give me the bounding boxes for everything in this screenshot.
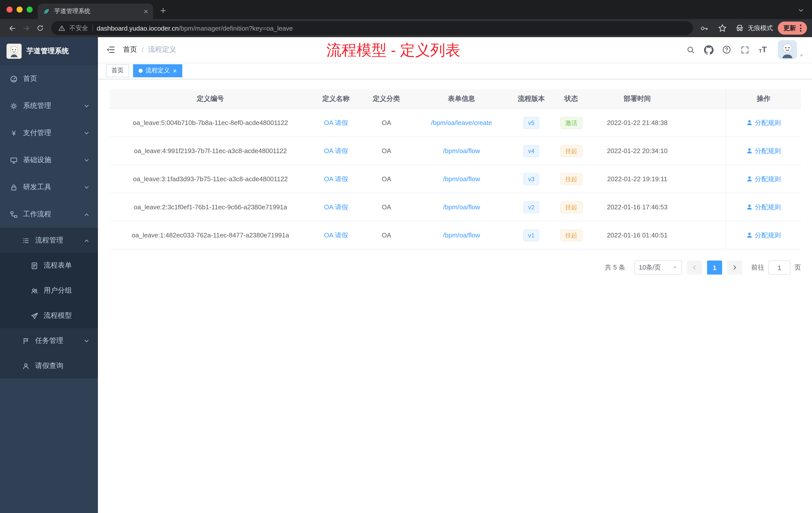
form-link[interactable]: /bpm/oa/flow	[443, 203, 480, 211]
sidebar-item-process-form[interactable]: 流程表单	[0, 253, 98, 278]
browser-menu-icon[interactable]	[800, 25, 802, 32]
tags-view: 首页 流程定义 ×	[98, 62, 812, 79]
sidebar-logo[interactable]: 芋道管理系统	[0, 37, 98, 65]
column-header-actions: 操作	[726, 89, 801, 109]
user-menu[interactable]	[778, 40, 804, 59]
deploy-time: 2022-01-22 21:48:38	[590, 109, 684, 137]
sidebar-item-devtools[interactable]: 研发工具	[0, 174, 98, 201]
sidebar-item-label: 用户分组	[44, 286, 72, 295]
assign-rule-link[interactable]: 分配规则	[746, 175, 781, 183]
sidebar-item-task-management[interactable]: 任务管理	[0, 328, 98, 353]
window-controls	[6, 6, 33, 12]
dashboard-icon	[10, 75, 18, 83]
url-text: dashboard.yudao.iocoder.cn/bpm/manager/d…	[97, 24, 293, 32]
close-window-button[interactable]	[6, 6, 12, 12]
assign-rule-link[interactable]: 分配规则	[746, 231, 781, 240]
form-link[interactable]: /bpm/oa/flow	[443, 232, 480, 239]
assign-rule-link[interactable]: 分配规则	[746, 203, 781, 212]
back-button[interactable]	[5, 21, 19, 35]
bookmark-star-button[interactable]	[715, 21, 729, 35]
browser-update-button[interactable]: 更新	[778, 22, 807, 35]
sidebar-item-payment[interactable]: ¥ 支付管理	[0, 119, 98, 147]
sidebar-item-infrastructure[interactable]: 基础设施	[0, 147, 98, 174]
lock-icon	[10, 183, 18, 191]
caret-down-icon	[672, 265, 677, 270]
chevron-up-icon	[84, 212, 89, 217]
column-header: 流程版本	[511, 89, 552, 109]
tab-close-icon[interactable]: ×	[144, 7, 148, 15]
deploy-time: 2022-01-22 20:34:10	[590, 137, 684, 164]
breadcrumb-current: 流程定义	[148, 45, 176, 54]
sidebar-item-label: 流程模型	[44, 311, 72, 320]
forward-button[interactable]	[19, 21, 33, 35]
person-icon	[22, 362, 30, 370]
prev-page-button[interactable]	[687, 261, 702, 275]
column-header: 定义名称	[311, 89, 360, 109]
deploy-time: 2022-01-16 01:40:51	[590, 221, 684, 249]
gear-icon	[10, 102, 18, 110]
font-size-button[interactable]: TT	[757, 44, 769, 56]
new-tab-button[interactable]: +	[160, 5, 166, 16]
status-badge: 挂起	[560, 145, 582, 157]
browser-tab[interactable]: 芋道管理系统 ×	[38, 3, 153, 19]
assign-rule-link[interactable]: 分配规则	[746, 146, 781, 155]
next-page-button[interactable]	[727, 261, 742, 275]
tab-strip: 芋道管理系统 × +	[0, 0, 812, 19]
tag-home[interactable]: 首页	[106, 64, 129, 77]
maximize-window-button[interactable]	[27, 6, 33, 12]
user-icon	[746, 232, 753, 238]
sidebar-item-label: 基础设施	[23, 156, 51, 164]
sidebar-item-system[interactable]: 系统管理	[0, 92, 98, 119]
paper-plane-icon	[31, 312, 38, 320]
sidebar-item-user-group[interactable]: 用户分组	[0, 278, 98, 303]
definition-name-link[interactable]: OA 请假	[324, 175, 348, 183]
page-size-select[interactable]: 10条/页	[634, 261, 682, 275]
column-header: 表单信息	[412, 89, 511, 109]
user-icon	[746, 204, 753, 210]
tab-search-chevron-icon[interactable]	[798, 7, 804, 13]
sidebar-item-process-management[interactable]: 流程管理	[0, 228, 98, 253]
search-button[interactable]	[685, 44, 696, 56]
help-button[interactable]	[721, 44, 733, 56]
goto-page-input[interactable]	[768, 261, 790, 275]
active-tag-dot	[139, 68, 143, 72]
form-link[interactable]: /bpm/oa/flow	[443, 175, 480, 183]
version-tag: v3	[523, 173, 539, 185]
sidebar-toggle-button[interactable]	[98, 37, 123, 62]
incognito-indicator: 无痕模式	[735, 24, 773, 33]
definition-name-link[interactable]: OA 请假	[324, 231, 348, 240]
form-link[interactable]: /bpm/oa/flow	[443, 147, 480, 155]
page-number-button[interactable]: 1	[707, 261, 722, 275]
avatar[interactable]	[778, 40, 797, 59]
url-domain: dashboard.yudao.iocoder.cn	[97, 24, 179, 32]
definition-name-link[interactable]: OA 请假	[324, 118, 348, 127]
tag-close-icon[interactable]: ×	[173, 67, 177, 74]
address-bar[interactable]: 不安全 dashboard.yudao.iocoder.cn/bpm/manag…	[51, 21, 693, 35]
sidebar-item-label: 工作流程	[23, 210, 51, 219]
password-key-button[interactable]	[697, 21, 711, 35]
search-icon	[686, 46, 695, 54]
definition-id: oa_leave:2:3c1f0ef1-76b1-11ec-9c66-a2380…	[110, 193, 311, 221]
assign-rule-link[interactable]: 分配规则	[746, 118, 781, 127]
fullscreen-button[interactable]	[739, 44, 751, 56]
tag-process-definition[interactable]: 流程定义 ×	[133, 64, 182, 77]
sidebar-item-process-model[interactable]: 流程模型	[0, 303, 98, 328]
workflow-icon	[10, 211, 18, 218]
security-label[interactable]: 不安全	[69, 24, 88, 32]
key-icon	[700, 24, 708, 32]
definition-name-link[interactable]: OA 请假	[324, 203, 348, 212]
table-row: oa_leave:4:991f2193-7b7f-11ec-a3c8-acde4…	[110, 137, 801, 165]
breadcrumb-home[interactable]: 首页	[123, 45, 137, 54]
form-link[interactable]: /bpm/oa/leave/create	[431, 119, 492, 126]
sidebar-item-home[interactable]: 首页	[0, 65, 98, 92]
user-icon	[746, 119, 753, 126]
sidebar-item-label: 请假查询	[35, 361, 63, 370]
minimize-window-button[interactable]	[17, 6, 23, 12]
github-button[interactable]	[702, 44, 715, 56]
definition-name-link[interactable]: OA 请假	[324, 146, 348, 155]
sidebar-item-label: 任务管理	[35, 336, 63, 345]
breadcrumb-separator: /	[142, 46, 144, 54]
reload-button[interactable]	[33, 21, 47, 35]
sidebar-item-leave-query[interactable]: 请假查询	[0, 353, 98, 379]
sidebar-item-workflow[interactable]: 工作流程	[0, 201, 98, 228]
